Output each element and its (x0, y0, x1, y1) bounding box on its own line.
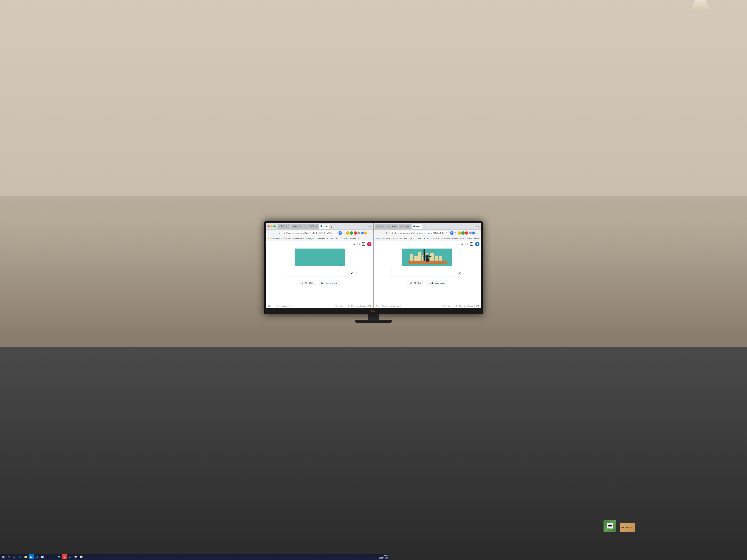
bookmark-hp-bank[interactable]: HP銀行 (392, 237, 399, 240)
win-close-icon[interactable]: ✕ (370, 225, 371, 228)
forward-button[interactable]: → (272, 231, 277, 235)
right-reload-button[interactable]: ↻ (385, 231, 389, 235)
right-ext-2[interactable]: A (454, 231, 457, 235)
right-microphone-icon[interactable]: 🎤 (458, 271, 461, 274)
win-minimize-icon[interactable]: ─ (366, 225, 367, 228)
mail-link[interactable]: メール (350, 243, 355, 245)
feeling-lucky-button[interactable]: I'm Feeling Lucky (318, 280, 340, 286)
right-mail-link[interactable]: メール (458, 243, 463, 245)
right-ext-7[interactable] (472, 232, 475, 235)
task-view-button[interactable]: ❑ (12, 554, 17, 559)
bookmark-timebox[interactable]: Timebox (349, 237, 356, 240)
right-win-close-icon[interactable]: ✕ (478, 225, 480, 228)
left-google-search-box[interactable]: ​ 🎤 (283, 270, 357, 276)
right-new-tab-button[interactable]: + (422, 225, 426, 229)
extension-icon-2[interactable]: A (342, 231, 346, 235)
left-address-bar[interactable]: 🔒 https://www.google.co.jp/?gfe_rd=cr&ei… (282, 231, 338, 235)
extension-icon-7[interactable] (361, 232, 364, 235)
extension-icon-1[interactable]: G (338, 231, 342, 235)
bookmark-right-yahoo[interactable]: YYahoo JAPAN (451, 237, 464, 240)
images-link[interactable]: 画像 (357, 243, 360, 245)
bookmark-notebook[interactable]: G音楽手帳 (282, 237, 292, 240)
bookmark-hp[interactable]: HPM SQUARE (292, 237, 305, 240)
footer-business[interactable]: ビジネス (274, 305, 280, 308)
taskbar-app-10[interactable]: 📊 (79, 554, 84, 559)
footer-google-com[interactable]: Google.com を使用 (356, 305, 371, 308)
bookmark-right-timebox[interactable]: Timebox (473, 237, 481, 240)
reload-button[interactable]: ↻ (277, 231, 281, 235)
taskbar-edge[interactable]: e (18, 554, 23, 559)
user-avatar[interactable]: T (367, 242, 371, 246)
taskbar-app-2[interactable]: 🌐 (34, 554, 39, 559)
right-google-search-button[interactable]: Google 検索 (407, 280, 424, 286)
bookmark-right-hp[interactable]: HPM SQUARE (417, 237, 430, 240)
taskbar-app-7[interactable]: G (62, 554, 67, 559)
taskbar-app-3[interactable]: 📧 (40, 554, 45, 559)
microphone-icon[interactable]: 🎤 (350, 271, 354, 274)
cortana-search[interactable]: 🔍 (6, 554, 11, 559)
bookmark-points[interactable]: ポイント (408, 237, 416, 240)
tab-matzu1[interactable]: MATZU SQ... (386, 224, 398, 229)
bookmark-spo[interactable]: SPO銀行 (400, 237, 408, 240)
bookmark-yahoo[interactable]: YYahoo JAPAN (327, 237, 340, 240)
tab-inbox[interactable]: ✉受信トレイ (278, 224, 290, 229)
right-google-doodle[interactable]: ⬆ (402, 248, 452, 266)
extension-icon-6[interactable] (357, 232, 360, 235)
taskbar-app-9[interactable]: 💬 (73, 554, 78, 559)
right-footer-google-com[interactable]: Google.com を使用 (464, 305, 479, 308)
bookmark-denshiban[interactable]: 自信電子版 (381, 237, 391, 240)
right-ext-4[interactable] (461, 231, 465, 235)
share-icon[interactable]: ⬆ (341, 263, 343, 265)
right-menu-button[interactable]: ⋮ (475, 231, 480, 235)
bookmark-inbox[interactable]: Inbox (375, 237, 381, 240)
bookmark-right-analytics[interactable]: Ganalytics (430, 237, 440, 240)
right-footer-about[interactable]: Googleについて (389, 305, 402, 308)
search-input-left[interactable]: ​ (286, 272, 350, 274)
tab-google-left[interactable]: 🔵Google (319, 224, 329, 229)
extension-icon-5[interactable] (354, 231, 357, 235)
bookmark-right-gmail[interactable]: GGmail (465, 237, 473, 240)
tab-agrid[interactable]: アグリッ... (308, 224, 319, 229)
right-footer-settings[interactable]: 設定 (454, 305, 457, 308)
minimize-button[interactable] (271, 225, 273, 228)
extension-icon-3[interactable]: ★ (346, 231, 350, 235)
right-forward-button[interactable]: → (380, 231, 384, 235)
footer-about[interactable]: Googleについて (282, 305, 294, 308)
right-google-apps-icon[interactable] (470, 242, 473, 246)
taskbar-explorer[interactable]: 📁 (23, 554, 28, 559)
maximize-button[interactable] (274, 225, 276, 228)
right-images-link[interactable]: 画像 (465, 243, 468, 245)
taskbar-app-5[interactable]: ⚙ (51, 554, 56, 559)
bookmark-right-adsense[interactable]: GAdSense (441, 237, 450, 240)
tab-matzu2[interactable]: MATZU SQ... (399, 224, 411, 229)
google-apps-icon[interactable] (362, 242, 365, 246)
right-win-minimize-icon[interactable]: ─ (474, 225, 475, 228)
right-ext-6[interactable] (469, 232, 472, 235)
right-footer-terms[interactable]: 規約 (459, 305, 462, 308)
right-ext-1[interactable]: G (450, 231, 454, 235)
right-ext-5[interactable] (465, 231, 468, 235)
footer-settings[interactable]: 設定 (346, 305, 349, 308)
menu-button[interactable]: ⋮ (367, 231, 371, 235)
taskbar-app-1[interactable]: IE (28, 554, 34, 559)
footer-terms[interactable]: 規約 (351, 305, 354, 308)
right-win-restore-icon[interactable]: ⧉ (476, 225, 477, 228)
right-footer-privacy[interactable]: プライバシー (442, 305, 452, 308)
bookmark-adsense[interactable]: GAdSense (316, 237, 326, 240)
bookmark-analytics[interactable]: Ganalytics (306, 237, 315, 240)
taskbar-clock[interactable]: 1345 2017/04/03 (380, 555, 388, 559)
right-footer-business[interactable]: ビジネス (381, 305, 388, 308)
right-google-search-box[interactable]: ​ 🎤 (390, 270, 464, 276)
footer-privacy[interactable]: プライバシー (334, 305, 344, 308)
right-address-bar[interactable]: 🔒 https://www.google.co.jp/?gfe_rd=cr&ei… (389, 231, 449, 235)
start-button[interactable]: ⊞ (1, 554, 6, 559)
right-ext-3[interactable]: ★ (458, 231, 461, 235)
taskbar-app-6[interactable]: 📷 (56, 554, 61, 559)
new-tab-button[interactable]: + (330, 225, 333, 229)
bookmark-music[interactable]: 📁音楽管理市場 (267, 237, 281, 240)
right-user-avatar[interactable]: J (475, 242, 480, 246)
back-button[interactable]: ← (267, 231, 272, 235)
left-google-doodle[interactable]: ⬆ (294, 248, 344, 266)
bookmark-more[interactable]: » (357, 237, 359, 240)
right-feeling-lucky-button[interactable]: I'm Feeling Lucky (426, 280, 448, 286)
